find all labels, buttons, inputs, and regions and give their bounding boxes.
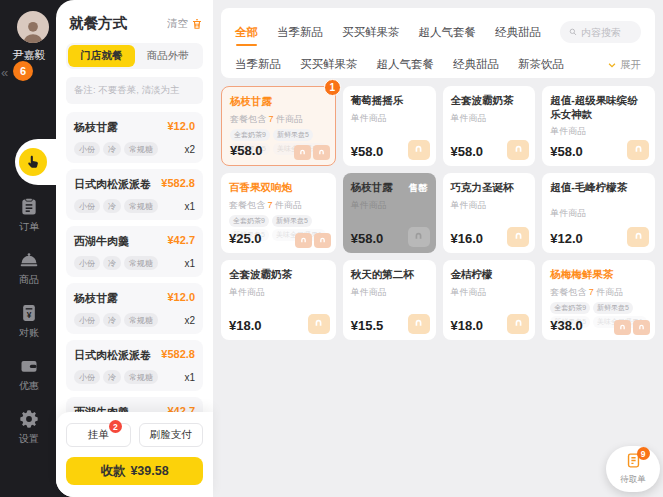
chevron-down-icon: [607, 60, 617, 70]
product-name: 葡萄摇摇乐: [351, 94, 428, 108]
pos-app: 尹嘉毅 « 6 订单 商品 ¥ 对账 优惠 设置 就餐方式: [0, 0, 663, 497]
item-name: 杨枝甘露: [74, 291, 118, 306]
order-note-field[interactable]: 备注: 不要香菜, 清淡为主: [66, 77, 203, 104]
clear-order-button[interactable]: 清空: [167, 17, 203, 31]
product-type: 套餐包含 7 件商品: [229, 199, 328, 212]
add-to-cart-bag-icon[interactable]: [507, 140, 529, 160]
spec-tag: 常规糖: [124, 199, 158, 213]
product-card[interactable]: 巧克力圣诞杯 单件商品 ¥16.0: [443, 173, 536, 253]
product-price: ¥58.0: [451, 144, 484, 159]
product-type: 单件商品: [550, 207, 647, 220]
product-card[interactable]: 超值-超级果味缤纷乐女神款 单件商品 ¥58.0: [542, 86, 655, 166]
item-quantity: x1: [184, 258, 195, 269]
item-name: 日式肉松派派卷: [74, 177, 151, 192]
spec-tag: 小份: [74, 256, 100, 270]
item-quantity: x1: [184, 372, 195, 383]
product-card-selected[interactable]: 1 杨枝甘露 套餐包含 7 件商品 全套奶茶9新鲜果盘5 新鲜果盘5美味全日坚果…: [221, 86, 336, 166]
add-to-cart-bag-icon[interactable]: [507, 227, 529, 247]
combo-tags: 全套奶茶9新鲜果盘5: [229, 215, 328, 227]
face-pay-button[interactable]: 刷脸支付: [139, 423, 204, 447]
product-card-soldout: 杨枝甘露 售罄 单件商品 ¥58.0: [343, 173, 436, 253]
product-card[interactable]: 全套波霸奶茶 单件商品 ¥18.0: [221, 260, 336, 340]
product-price: ¥58.0: [230, 143, 263, 158]
add-to-cart-bag-icon: [408, 227, 430, 247]
order-item[interactable]: 日式肉松派派卷¥582.8 小份冷常规糖x1: [66, 169, 203, 220]
search-box[interactable]: [560, 21, 641, 43]
expand-categories-button[interactable]: 展开: [607, 58, 641, 72]
sidebar-item-ordering-active[interactable]: [19, 148, 47, 176]
user-name: 尹嘉毅: [0, 48, 58, 63]
product-card[interactable]: 百香果双响炮 套餐包含 7 件商品 全套奶茶9新鲜果盘5 新鲜果盘5美味全日坚果…: [221, 173, 336, 253]
add-to-cart-bag-icon[interactable]: [627, 227, 649, 247]
add-to-cart-bag-icon[interactable]: [308, 314, 330, 334]
pending-pickup-button[interactable]: 9 待取单: [606, 446, 660, 492]
soldout-badge: 售罄: [409, 182, 428, 195]
dining-mode-tabs: 门店就餐 商品外带: [66, 43, 203, 69]
sidebar-item-products[interactable]: 商品: [0, 250, 58, 287]
category-tab-all[interactable]: 全部: [235, 25, 258, 40]
product-card[interactable]: 秋天的第二杯 单件商品 ¥15.5: [343, 260, 436, 340]
category-tab[interactable]: 当季新品: [277, 25, 323, 40]
collapse-chevrons-icon[interactable]: «: [1, 65, 8, 80]
combo-bag-icon[interactable]: [614, 320, 650, 335]
product-name: 超值-超级果味缤纷乐女神款: [550, 94, 647, 121]
hold-order-badge: 2: [109, 420, 122, 433]
product-price: ¥38.0: [550, 318, 583, 333]
category-tab[interactable]: 买买鲜果茶: [342, 25, 400, 40]
order-item[interactable]: 日式肉松派派卷¥582.8 小份冷常规糖x1: [66, 340, 203, 391]
checkout-amount: ¥39.58: [130, 464, 168, 478]
category-tab[interactable]: 经典甜品: [495, 25, 541, 40]
product-name: 巧克力圣诞杯: [451, 181, 528, 195]
hold-order-button[interactable]: 挂单2: [66, 423, 131, 447]
checkout-button[interactable]: 收款 ¥39.58: [66, 457, 203, 485]
product-card[interactable]: 葡萄摇摇乐 单件商品 ¥58.0: [343, 86, 436, 166]
add-to-cart-bag-icon[interactable]: [627, 140, 649, 160]
product-card[interactable]: 杨梅梅鲜果茶 套餐包含 7 件商品 全套奶茶9新鲜果盘5 新鲜果盘5美味全日坚果…: [542, 260, 655, 340]
item-price: ¥42.7: [167, 234, 195, 249]
product-type: 单件商品: [351, 112, 428, 125]
product-price: ¥58.0: [351, 231, 384, 246]
category-tab[interactable]: 买买鲜果茶: [300, 57, 358, 72]
order-item[interactable]: 西湖牛肉羹¥42.7 小份冷常规糖x1: [66, 226, 203, 277]
sidebar-item-orders[interactable]: 订单: [0, 197, 58, 234]
product-type: 单件商品: [351, 199, 428, 212]
product-card[interactable]: 超值-毛峰柠檬茶 单件商品 ¥12.0: [542, 173, 655, 253]
spec-tag: 常规糖: [124, 256, 158, 270]
add-to-cart-bag-icon[interactable]: [408, 314, 430, 334]
product-type: 单件商品: [451, 112, 528, 125]
product-card[interactable]: 全套波霸奶茶 单件商品 ¥58.0: [443, 86, 536, 166]
hand-pointer-icon: [25, 154, 41, 170]
item-quantity: x2: [184, 144, 195, 155]
category-tab[interactable]: 经典甜品: [453, 57, 499, 72]
product-name: 秋天的第二杯: [351, 268, 428, 282]
add-to-cart-bag-icon[interactable]: [507, 314, 529, 334]
sidebar-item-settings[interactable]: 设置: [0, 409, 58, 446]
order-item[interactable]: 杨枝甘露¥12.0 小份冷常规糖x2: [66, 112, 203, 163]
combo-bag-icon[interactable]: [295, 233, 331, 248]
person-icon: [20, 17, 46, 43]
order-footer: 挂单2 刷脸支付 收款 ¥39.58: [56, 412, 213, 497]
tab-takeout[interactable]: 商品外带: [135, 45, 202, 67]
spec-tag: 冷: [103, 199, 121, 213]
tab-dine-in[interactable]: 门店就餐: [68, 45, 135, 67]
product-name: 全套波霸奶茶: [229, 268, 328, 282]
order-item[interactable]: 杨枝甘露¥12.0 小份冷常规糖x2: [66, 283, 203, 334]
category-tab[interactable]: 新茶饮品: [518, 57, 564, 72]
catalog-area: 全部 当季新品 买买鲜果茶 超人气套餐 经典甜品 当季新品 买买鲜果茶 超人气套…: [213, 0, 663, 497]
product-price: ¥15.5: [351, 318, 384, 333]
category-tab[interactable]: 当季新品: [235, 57, 281, 72]
product-type: 单件商品: [550, 125, 647, 138]
pickup-badge: 9: [637, 447, 650, 460]
search-input[interactable]: [581, 27, 632, 38]
spec-tag: 冷: [103, 370, 121, 384]
sidebar-item-reconciliation[interactable]: ¥ 对账: [0, 303, 58, 340]
category-tab[interactable]: 超人气套餐: [377, 57, 435, 72]
sidebar-item-discounts[interactable]: 优惠: [0, 356, 58, 393]
product-card[interactable]: 金桔柠檬 单件商品 ¥18.0: [443, 260, 536, 340]
product-name: 金桔柠檬: [451, 268, 528, 282]
category-tab[interactable]: 超人气套餐: [419, 25, 477, 40]
add-to-cart-bag-icon[interactable]: [408, 140, 430, 160]
product-type: 套餐包含 7 件商品: [230, 113, 327, 126]
avatar[interactable]: [17, 11, 49, 43]
combo-bag-icon[interactable]: [294, 145, 330, 160]
